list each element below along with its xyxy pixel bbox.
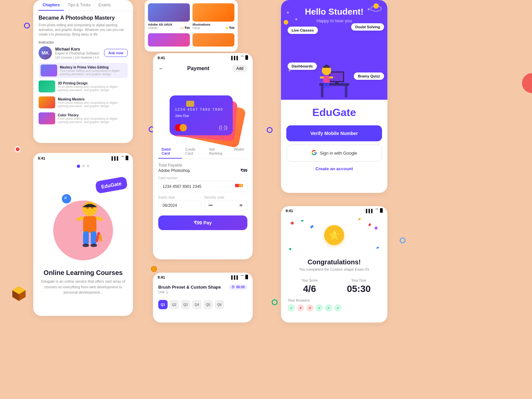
orange-dot-hero bbox=[284, 20, 288, 25]
time-label: Your Time bbox=[337, 279, 381, 282]
quiz-tabs: Q1 Q2 Q3 Q4 Q5 Q6 bbox=[153, 297, 253, 312]
time-value: 05:30 bbox=[337, 284, 381, 294]
answer-6: ✓ bbox=[334, 304, 341, 312]
course-price-1: ₹90 bbox=[185, 26, 190, 30]
lesson-thumb-4 bbox=[39, 112, 55, 124]
brainy-quiz-badge: Brainy Quizz bbox=[354, 72, 384, 80]
lesson-item-1[interactable]: Mastery in Prime Video Editing From phot… bbox=[39, 63, 128, 78]
quiz-tab-q5[interactable]: Q5 bbox=[203, 300, 213, 309]
instructor-role: Expert in Photoshop Software bbox=[55, 52, 101, 55]
star-deco-1: ✦ bbox=[286, 10, 290, 15]
add-card-button[interactable]: Add bbox=[232, 65, 247, 72]
google-btn-label: Sign in with Google bbox=[320, 151, 357, 156]
lesson-thumb-3 bbox=[39, 96, 55, 108]
brush-battery-icon: ▉ bbox=[245, 275, 248, 279]
instructor-label: Instructor bbox=[39, 40, 128, 44]
lesson-info-1: Mastery in Prime Video Editing From phot… bbox=[60, 66, 126, 76]
ask-now-button[interactable]: Ask now bbox=[104, 49, 128, 57]
course-rating-2: ⭐ bbox=[225, 27, 228, 30]
bottom-thumb-1 bbox=[148, 33, 190, 47]
course-card-1[interactable]: Adobe XD UI/UX Charles 4.8 ₹90 bbox=[148, 3, 190, 31]
tab-net-banking[interactable]: Net Banking bbox=[206, 145, 231, 159]
svg-rect-32 bbox=[76, 216, 84, 221]
security-field: Security code ••• 👁 bbox=[204, 196, 247, 211]
learning-hero: EduGate bbox=[33, 171, 133, 264]
score-row: Your Score 4/6 Your Time 05:30 bbox=[281, 275, 387, 298]
congrats-wifi-icon: ⌒ bbox=[375, 208, 379, 213]
card-number-input[interactable]: 1234 4567 8901 2345 bbox=[158, 181, 247, 192]
brush-status-icons: ▌▌▌ ⌒ ▉ bbox=[231, 275, 248, 280]
google-signin-button[interactable]: Sign in with Google bbox=[286, 145, 382, 162]
tab-chapters[interactable]: Chapters bbox=[39, 0, 64, 11]
confetti-4 bbox=[358, 218, 361, 220]
edugate-logo-area: EduGate bbox=[281, 100, 387, 125]
slide-dots bbox=[33, 162, 133, 171]
confetti-2 bbox=[301, 220, 304, 222]
quiz-tab-q6[interactable]: Q6 bbox=[215, 300, 224, 309]
hero-subgreeting: Happy to hear you bbox=[288, 18, 381, 23]
svg-rect-33 bbox=[95, 216, 103, 221]
lesson-desc-3: From photo editing and compositing to di… bbox=[58, 101, 128, 108]
learning-wifi-icon: ⌒ bbox=[121, 156, 124, 161]
lesson-item-2[interactable]: 3D Printing Design From photo editing an… bbox=[39, 79, 128, 94]
congrats-signal-icon: ▌▌▌ bbox=[366, 209, 374, 213]
lesson-item-4[interactable]: Color Theory From photo editing and comp… bbox=[39, 111, 128, 126]
confetti-1 bbox=[291, 221, 294, 225]
answer-3: ✗ bbox=[306, 304, 314, 312]
course-thumb-1 bbox=[148, 3, 190, 22]
quiz-tab-q1[interactable]: Q1 bbox=[158, 300, 168, 309]
courses-grid-card: Adobe XD UI/UX Charles 4.8 ₹90 Illustrat… bbox=[145, 0, 238, 52]
quiz-tab-q3[interactable]: Q3 bbox=[181, 300, 190, 309]
tab-tips[interactable]: Tips & Tricks bbox=[64, 0, 94, 11]
svg-point-24 bbox=[82, 201, 97, 216]
svg-point-31 bbox=[90, 244, 97, 247]
course-meta-2: Illustrations Oscar ⭐ ₹99 bbox=[193, 22, 234, 31]
lesson-info-2: 3D Printing Design From photo editing an… bbox=[58, 81, 128, 92]
mc-orange bbox=[180, 124, 187, 131]
brush-header: Brush Preset & Custom Shape ⏱ 06:00 Unit… bbox=[153, 281, 253, 297]
lesson-item-3[interactable]: Masking Masters From photo editing and c… bbox=[39, 95, 128, 110]
back-button[interactable]: ← bbox=[158, 65, 164, 72]
course-author-1: Charles bbox=[148, 26, 158, 30]
tab-credit-card[interactable]: Credit Card bbox=[182, 145, 206, 159]
svg-rect-28 bbox=[83, 231, 89, 245]
security-input[interactable]: ••• 👁 bbox=[204, 200, 247, 211]
lesson-desc-4: From photo editing and compositing to di… bbox=[58, 117, 128, 124]
confetti-6 bbox=[374, 226, 378, 230]
bg-dot-6 bbox=[400, 237, 406, 243]
card-purple[interactable]: 1234 4567 7890 7890 John Doe ((·)) bbox=[170, 95, 233, 135]
quiz-tab-q4[interactable]: Q4 bbox=[192, 300, 201, 309]
congratulations-card: 9:41 ▌▌▌ ⌒ ▉ ⭐ Congratulations! You comp… bbox=[281, 206, 387, 323]
expiry-security-row: Expiry date 06/2024 Security code ••• 👁 bbox=[158, 196, 247, 211]
create-account-link[interactable]: Create an account bbox=[281, 166, 387, 171]
svg-rect-17 bbox=[323, 76, 330, 83]
course-card-2[interactable]: Illustrations Oscar ⭐ ₹99 bbox=[193, 3, 234, 31]
wifi-icon: ⌒ bbox=[240, 55, 244, 60]
confetti-8 bbox=[376, 246, 379, 249]
svg-point-30 bbox=[82, 244, 89, 247]
security-label: Security code bbox=[204, 196, 247, 199]
brush-wifi-icon: ⌒ bbox=[240, 275, 244, 280]
congrats-title: Congratulations! bbox=[288, 258, 381, 266]
quiz-tab-q2[interactable]: Q2 bbox=[170, 300, 179, 309]
congrats-time: 9:41 bbox=[286, 209, 293, 213]
product-price-row: Adobe Photoshop ₹99 bbox=[158, 168, 247, 173]
planet-decoration bbox=[370, 3, 382, 16]
learning-status-bar: 9:41 ▌▌▌ ⌒ ▉ bbox=[33, 153, 133, 162]
learning-time: 9:41 bbox=[38, 156, 45, 160]
edugate-card: ✦ ✦ ✦ ✦ Hello Student! Happy to hear you… bbox=[281, 0, 387, 193]
expiry-field: Expiry date 06/2024 bbox=[158, 196, 201, 211]
svg-point-7 bbox=[373, 3, 379, 9]
score-box: Your Score 4/6 bbox=[288, 279, 332, 294]
expiry-input[interactable]: 06/2024 bbox=[158, 200, 201, 211]
pay-button[interactable]: ₹99 Pay bbox=[158, 215, 247, 230]
payment-header: ← Payment Add bbox=[153, 62, 253, 75]
course-tabs: Chapters Tips & Tricks Exams bbox=[33, 0, 133, 11]
tab-exams[interactable]: Exams bbox=[94, 0, 115, 11]
courses-grid: Adobe XD UI/UX Charles 4.8 ₹90 Illustrat… bbox=[148, 3, 234, 31]
course-rating-1: 4.8 bbox=[180, 27, 184, 30]
lesson-desc-2: From photo editing and compositing to di… bbox=[58, 85, 128, 92]
verify-mobile-button[interactable]: Verify Mobile Number bbox=[286, 125, 382, 141]
tab-debit-card[interactable]: Debit Card bbox=[158, 145, 182, 159]
card-number-field: Card number 1234 4567 8901 2345 bbox=[158, 176, 247, 192]
